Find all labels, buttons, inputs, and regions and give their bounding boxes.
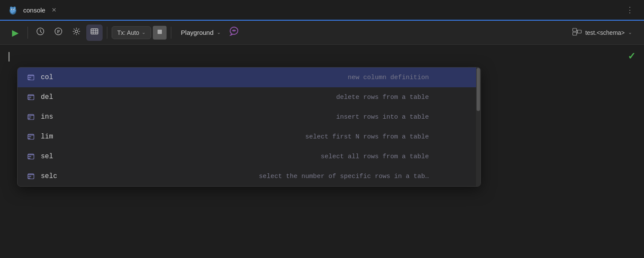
ai-button[interactable] xyxy=(228,26,240,39)
text-cursor xyxy=(9,52,9,61)
snippet-icon-selc xyxy=(26,172,36,180)
checkmark-icon: ✓ xyxy=(628,51,635,62)
autocomplete-scrollbar[interactable] xyxy=(476,68,480,186)
snippet-icon-ins xyxy=(26,113,36,121)
close-tab-button[interactable]: ✕ xyxy=(50,6,58,14)
autocomplete-dropdown: col new column definition del delete row… xyxy=(17,67,481,187)
autocomplete-item-sel[interactable]: sel select all rows from a table xyxy=(18,147,480,166)
autocomplete-item-ins-desc: insert rows into a table xyxy=(336,114,429,121)
title-bar-right: ⋮ xyxy=(623,3,637,16)
toolbar-divider-3 xyxy=(171,27,171,39)
autocomplete-item-selc-desc: select the number of specific rows in a … xyxy=(259,173,429,180)
snippet-icon-sel xyxy=(26,153,36,160)
history-icon xyxy=(36,27,45,38)
svg-point-6 xyxy=(11,9,12,10)
svg-point-9 xyxy=(14,9,15,10)
settings-button[interactable] xyxy=(68,25,85,41)
svg-rect-23 xyxy=(577,30,581,33)
stop-button[interactable] xyxy=(153,26,167,40)
autocomplete-item-col[interactable]: col new column definition xyxy=(18,68,480,87)
title-bar: console ✕ ⋮ xyxy=(0,0,644,21)
autocomplete-item-selc[interactable]: selc select the number of specific rows … xyxy=(18,166,480,186)
p-icon: P xyxy=(54,27,63,38)
svg-rect-22 xyxy=(573,32,577,35)
tx-dropdown[interactable]: Tx: Auto ⌄ xyxy=(112,26,151,39)
settings-gear-icon xyxy=(72,27,81,38)
playground-dropdown[interactable]: Playground ⌄ xyxy=(176,26,226,39)
autocomplete-item-del-desc: delete rows from a table xyxy=(336,94,429,101)
toolbar-divider-2 xyxy=(107,27,107,39)
schema-db-icon xyxy=(572,28,582,37)
history-button[interactable] xyxy=(32,25,49,41)
schema-dropdown[interactable]: test.<schema> ⌄ xyxy=(567,25,637,40)
playground-label: Playground xyxy=(181,29,213,36)
autocomplete-item-selc-name: selc xyxy=(41,172,75,180)
run-button[interactable]: ▶ xyxy=(7,25,23,41)
ai-swirl-icon xyxy=(228,26,240,39)
snippet-icon-del xyxy=(26,93,36,101)
postgres-elephant-icon xyxy=(7,4,19,16)
autocomplete-item-lim-name: lim xyxy=(41,133,75,141)
autocomplete-item-lim[interactable]: lim select first N rows from a table xyxy=(18,127,480,147)
scrollbar-thumb[interactable] xyxy=(477,68,480,111)
run-icon: ▶ xyxy=(12,28,18,38)
autocomplete-item-lim-desc: select first N rows from a table xyxy=(305,133,429,141)
svg-text:P: P xyxy=(57,29,60,34)
svg-point-8 xyxy=(12,9,12,10)
snippet-icon-lim xyxy=(26,133,36,141)
autocomplete-item-ins-name: ins xyxy=(41,113,75,121)
tab-title: console xyxy=(23,6,46,14)
title-bar-left: console ✕ xyxy=(7,4,618,16)
svg-rect-14 xyxy=(91,29,98,34)
tx-chevron-icon: ⌄ xyxy=(142,30,146,35)
autocomplete-item-sel-desc: select all rows from a table xyxy=(321,153,429,160)
autocomplete-item-col-desc: new column definition xyxy=(348,74,429,81)
schema-label: test.<schema> xyxy=(585,29,625,36)
toolbar-divider-1 xyxy=(27,27,28,39)
schema-chevron-icon: ⌄ xyxy=(628,30,632,35)
tx-label: Tx: Auto xyxy=(117,29,139,36)
svg-point-13 xyxy=(75,30,78,33)
toolbar: ▶ P xyxy=(0,21,644,45)
autocomplete-item-del[interactable]: del delete rows from a table xyxy=(18,87,480,107)
autocomplete-item-sel-name: sel xyxy=(41,153,75,160)
autocomplete-item-ins[interactable]: ins insert rows into a table xyxy=(18,107,480,127)
svg-rect-21 xyxy=(573,28,577,31)
svg-rect-19 xyxy=(158,30,162,34)
editor-area: ✓ col new column definition del de xyxy=(0,45,644,258)
playground-chevron-icon: ⌄ xyxy=(217,30,221,35)
autocomplete-item-del-name: del xyxy=(41,93,75,101)
table-view-button[interactable] xyxy=(86,25,103,41)
more-options-button[interactable]: ⋮ xyxy=(623,3,637,16)
svg-point-20 xyxy=(234,30,235,31)
svg-point-7 xyxy=(14,9,15,10)
snippet-icon-col xyxy=(26,74,36,81)
table-icon xyxy=(90,27,99,38)
autocomplete-item-col-name: col xyxy=(41,74,75,81)
stop-icon xyxy=(157,29,163,37)
p-button[interactable]: P xyxy=(50,25,67,41)
